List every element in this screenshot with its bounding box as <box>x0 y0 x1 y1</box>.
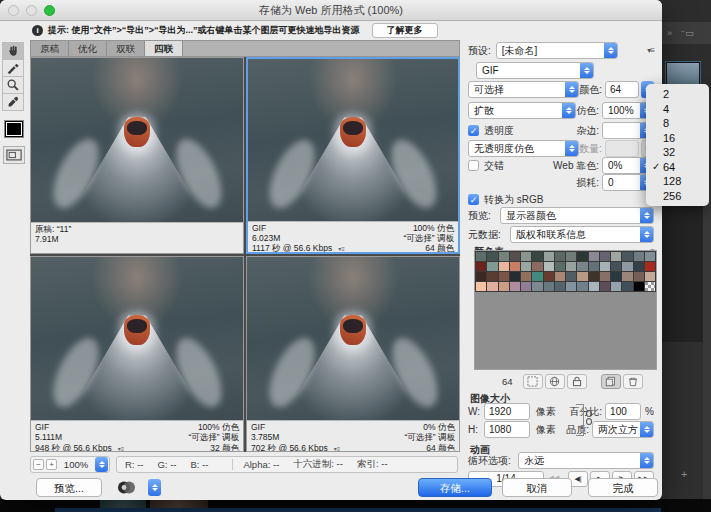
color-swatch[interactable] <box>589 252 599 261</box>
colors-menu-item[interactable]: 4 <box>646 102 709 117</box>
color-swatch[interactable] <box>589 262 599 271</box>
srgb-checkbox[interactable]: ✓ <box>468 194 479 205</box>
color-swatch[interactable] <box>600 272 610 281</box>
color-swatch[interactable] <box>521 252 531 261</box>
color-swatch[interactable] <box>499 272 509 281</box>
transparency-checkbox[interactable]: ✓ <box>468 125 479 136</box>
color-swatch[interactable] <box>634 252 644 261</box>
preview-image[interactable] <box>31 257 243 421</box>
hand-tool[interactable] <box>2 42 24 60</box>
preview-pane-three[interactable]: GIF 5.111M 948 秒 @ 56.6 Kbps▾≡ 100% 仿色 “… <box>30 256 244 453</box>
color-swatch[interactable] <box>645 282 655 291</box>
preview-pane-four[interactable]: GIF 3.785M 702 秒 @ 56.6 Kbps▾≡ 0% 仿色 “可选… <box>246 256 460 453</box>
save-button[interactable]: 存储... <box>418 478 492 497</box>
color-swatch[interactable] <box>645 272 655 281</box>
learn-more-button[interactable]: 了解更多 <box>372 23 438 38</box>
transparency-dither-dropdown[interactable]: 无透明度仿色 <box>468 140 579 157</box>
browser-icon[interactable] <box>116 479 140 496</box>
color-swatch[interactable] <box>566 282 576 291</box>
color-swatch[interactable] <box>566 262 576 271</box>
color-swatch[interactable] <box>611 252 621 261</box>
done-button[interactable]: 完成 <box>588 478 658 497</box>
color-swatch[interactable] <box>521 262 531 271</box>
panel-options-icon[interactable]: ⁻▭ <box>681 28 694 38</box>
color-swatch[interactable] <box>487 272 497 281</box>
cancel-button[interactable]: 取消 <box>502 478 572 497</box>
new-color-button[interactable] <box>601 374 621 389</box>
delete-color-button[interactable] <box>623 374 643 389</box>
color-swatch[interactable] <box>510 252 520 261</box>
zoom-in-button[interactable]: + <box>46 459 57 470</box>
link-dimensions-icon[interactable] <box>585 410 592 426</box>
snap-web-palette-button[interactable] <box>523 374 543 389</box>
color-swatch[interactable] <box>634 262 644 271</box>
tab-2up[interactable]: 双联 <box>107 41 145 56</box>
color-swatch[interactable] <box>532 272 542 281</box>
color-swatch[interactable] <box>532 282 542 291</box>
zoom-stepper[interactable] <box>95 457 108 472</box>
color-swatch[interactable] <box>487 252 497 261</box>
add-icon[interactable]: + <box>681 468 687 480</box>
color-swatch[interactable] <box>499 262 509 271</box>
preview-pane-optimized[interactable]: GIF 6.023M 1117 秒 @ 56.6 Kbps▾≡ 100% 仿色 … <box>246 57 460 254</box>
color-swatch[interactable] <box>510 272 520 281</box>
color-swatch[interactable] <box>476 262 486 271</box>
dither-method-dropdown[interactable]: 扩散 <box>468 102 576 119</box>
color-swatch[interactable] <box>611 282 621 291</box>
quality-dropdown[interactable]: 两次立方 <box>592 421 654 438</box>
colors-menu-item[interactable]: 32 <box>646 145 709 160</box>
color-swatch[interactable] <box>577 272 587 281</box>
color-swatch[interactable] <box>544 282 554 291</box>
panel-menu-icon[interactable]: ▾≡ <box>647 46 654 55</box>
preview-image[interactable] <box>247 257 459 421</box>
colors-menu-item[interactable]: 2 <box>646 87 709 102</box>
zoom-out-button[interactable]: − <box>33 459 44 470</box>
color-swatch[interactable] <box>521 272 531 281</box>
preview-image[interactable] <box>248 59 458 221</box>
color-swatch[interactable] <box>510 282 520 291</box>
color-swatch[interactable] <box>476 282 486 291</box>
preset-dropdown[interactable]: [未命名] <box>496 42 618 59</box>
lock-color-button[interactable] <box>567 374 587 389</box>
color-swatch[interactable] <box>499 252 509 261</box>
color-swatch[interactable] <box>611 262 621 271</box>
color-swatch[interactable] <box>510 262 520 271</box>
color-swatch[interactable] <box>622 252 632 261</box>
color-swatch[interactable] <box>555 262 565 271</box>
color-swatch[interactable] <box>555 252 565 261</box>
color-swatch[interactable] <box>600 282 610 291</box>
color-swatch[interactable] <box>487 262 497 271</box>
color-swatch[interactable] <box>487 282 497 291</box>
toggle-slices-visibility-button[interactable] <box>3 146 25 164</box>
colors-menu-item[interactable]: 128 <box>646 174 709 189</box>
slice-select-tool[interactable] <box>2 59 24 77</box>
web-shift-button[interactable] <box>545 374 565 389</box>
color-swatch[interactable] <box>589 282 599 291</box>
colors-input[interactable] <box>605 81 639 98</box>
color-swatch[interactable] <box>544 262 554 271</box>
preview-pane-original[interactable]: 原稿: “11” 7.91M <box>30 57 244 254</box>
color-swatch[interactable] <box>476 252 486 261</box>
eyedropper-tool[interactable] <box>2 93 24 111</box>
color-swatch[interactable] <box>600 252 610 261</box>
color-swatch[interactable] <box>634 282 644 291</box>
pane-menu-icon[interactable]: ▾≡ <box>334 446 341 452</box>
metadata-dropdown[interactable]: 版权和联系信息 <box>510 226 654 243</box>
color-swatch[interactable] <box>566 252 576 261</box>
color-swatch[interactable] <box>499 282 509 291</box>
color-swatch[interactable] <box>532 252 542 261</box>
tab-optimized[interactable]: 优化 <box>69 41 107 56</box>
colors-menu-item[interactable]: 256 <box>646 189 709 204</box>
color-swatch[interactable] <box>634 272 644 281</box>
panel-collapse-icon[interactable]: » <box>667 28 672 38</box>
percent-input[interactable] <box>605 403 641 420</box>
loop-dropdown[interactable]: 永远 <box>518 452 654 469</box>
color-swatch[interactable] <box>577 282 587 291</box>
color-swatch[interactable] <box>622 282 632 291</box>
height-input[interactable] <box>484 421 530 438</box>
color-swatch[interactable] <box>555 282 565 291</box>
color-swatch[interactable] <box>532 262 542 271</box>
color-swatch[interactable] <box>611 272 621 281</box>
color-swatch[interactable] <box>566 272 576 281</box>
colors-menu-item[interactable]: 8 <box>646 116 709 131</box>
